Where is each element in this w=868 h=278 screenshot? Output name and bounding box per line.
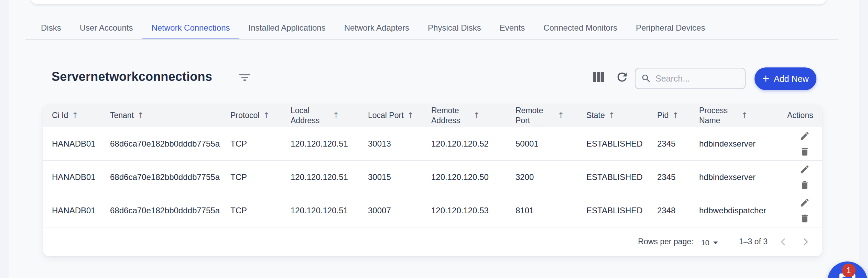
tab-user-accounts[interactable]: User Accounts	[70, 16, 142, 40]
sort-asc-icon: ↑	[333, 111, 339, 120]
cell-pid: 2345	[657, 139, 699, 149]
refresh-button[interactable]	[614, 70, 630, 85]
cell-ci_id: HANADB01	[52, 172, 110, 182]
chevron-right-icon	[801, 237, 810, 246]
cell-state: ESTABLISHED	[586, 139, 657, 149]
cell-remote_port: 8101	[516, 206, 586, 215]
tab-connected-monitors[interactable]: Connected Monitors	[534, 16, 627, 40]
sort-asc-icon: ↑	[557, 111, 564, 120]
search-box	[635, 68, 746, 89]
cell-tenant: 68d6ca70e182bb0dddb7755a	[110, 206, 230, 215]
cell-local_port: 30013	[368, 139, 431, 149]
previous-card-edge	[30, 0, 827, 4]
column-header-remote_address[interactable]: Remote Address↑	[431, 106, 516, 126]
cell-protocol: TCP	[230, 139, 291, 149]
column-header-protocol[interactable]: Protocol↑	[230, 110, 291, 120]
column-header-state[interactable]: State↑	[586, 110, 657, 120]
table-header-row: Ci Id↑Tenant↑Protocol↑Local Address↑Loca…	[43, 104, 822, 127]
cell-process_name: hdbindexserver	[699, 139, 787, 149]
column-label: Ci Id	[52, 110, 68, 120]
trash-icon	[800, 180, 810, 190]
page-title: Servernetworkconnections	[52, 70, 212, 84]
cell-pid: 2348	[657, 206, 699, 215]
tab-bar: DisksUser AccountsNetwork ConnectionsIns…	[32, 16, 714, 40]
column-header-tenant[interactable]: Tenant↑	[110, 110, 230, 120]
column-label: Pid	[657, 110, 669, 120]
sort-asc-icon: ↑	[263, 111, 270, 120]
delete-button[interactable]	[799, 213, 811, 224]
cell-local_address: 120.120.120.51	[291, 172, 368, 182]
tab-network-connections[interactable]: Network Connections	[142, 16, 239, 40]
column-header-local_address[interactable]: Local Address↑	[291, 106, 368, 126]
pagination-prev-button[interactable]	[777, 236, 790, 248]
column-label: Protocol	[230, 110, 259, 120]
column-header-process_name[interactable]: Process Name↑	[699, 106, 787, 126]
tab-peripheral-devices[interactable]: Peripheral Devices	[627, 16, 714, 40]
add-new-button[interactable]: + Add New	[755, 67, 816, 90]
table-body: HANADB0168d6ca70e182bb0dddb7755aTCP120.1…	[43, 127, 822, 227]
edit-button[interactable]	[799, 164, 811, 175]
cell-remote_address: 120.120.120.52	[431, 139, 516, 149]
table-row: HANADB0168d6ca70e182bb0dddb7755aTCP120.1…	[43, 194, 822, 227]
view-columns-button[interactable]	[591, 70, 607, 85]
pagination-next-button[interactable]	[799, 236, 812, 248]
data-table-card: Ci Id↑Tenant↑Protocol↑Local Address↑Loca…	[43, 104, 822, 256]
refresh-icon	[615, 70, 629, 84]
cell-local_port: 30015	[368, 172, 431, 182]
sort-asc-icon: ↑	[608, 111, 615, 120]
tab-bar-divider	[25, 39, 838, 40]
column-label: Local Port	[368, 110, 404, 120]
cell-state: ESTABLISHED	[586, 206, 657, 215]
tab-installed-applications[interactable]: Installed Applications	[239, 16, 335, 40]
tab-disks[interactable]: Disks	[32, 16, 70, 40]
edit-pencil-icon	[800, 131, 810, 141]
cell-process_name: hdbwebdispatcher	[699, 206, 787, 215]
sort-asc-icon: ↑	[72, 111, 78, 120]
cell-process_name: hdbindexserver	[699, 172, 787, 182]
tab-network-adapters[interactable]: Network Adapters	[335, 16, 419, 40]
table-footer: Rows per page: 10 1–3 of 3	[43, 227, 822, 256]
filter-button[interactable]	[237, 70, 253, 85]
column-header-pid[interactable]: Pid↑	[657, 110, 699, 120]
edit-button[interactable]	[799, 130, 811, 141]
cell-protocol: TCP	[230, 172, 291, 182]
tab-events[interactable]: Events	[490, 16, 534, 40]
cell-local_address: 120.120.120.51	[291, 139, 368, 149]
column-header-ci_id[interactable]: Ci Id↑	[52, 110, 110, 120]
chevron-left-icon	[779, 237, 788, 246]
search-input[interactable]	[655, 74, 739, 84]
trash-icon	[800, 147, 810, 157]
delete-button[interactable]	[799, 146, 811, 157]
sort-asc-icon: ↑	[741, 111, 748, 120]
trash-icon	[800, 213, 810, 224]
column-label: State	[586, 110, 605, 120]
plus-icon: +	[762, 72, 769, 84]
rows-per-page-label: Rows per page:	[638, 237, 693, 246]
sort-asc-icon: ↑	[137, 111, 144, 120]
edit-button[interactable]	[799, 197, 811, 208]
column-label: Tenant	[110, 110, 134, 120]
sort-asc-icon: ↑	[473, 111, 480, 120]
column-header-actions: Actions	[787, 110, 822, 120]
add-new-label: Add New	[774, 74, 809, 84]
cell-remote_address: 120.120.120.50	[431, 172, 516, 182]
column-label: Actions	[787, 110, 813, 120]
notification-badge: 1	[842, 264, 856, 277]
column-header-local_port[interactable]: Local Port↑	[368, 110, 431, 120]
cell-actions	[787, 164, 822, 191]
tab-physical-disks[interactable]: Physical Disks	[419, 16, 490, 40]
cell-tenant: 68d6ca70e182bb0dddb7755a	[110, 172, 230, 182]
rows-per-page-select[interactable]: 10	[701, 238, 718, 247]
view-columns-icon	[593, 71, 605, 83]
left-gutter	[0, 0, 9, 278]
cell-ci_id: HANADB01	[52, 206, 110, 215]
column-label: Remote Address	[431, 106, 470, 126]
cell-state: ESTABLISHED	[586, 172, 657, 182]
sort-asc-icon: ↑	[672, 111, 679, 120]
cell-tenant: 68d6ca70e182bb0dddb7755a	[110, 139, 230, 149]
table-row: HANADB0168d6ca70e182bb0dddb7755aTCP120.1…	[43, 127, 822, 160]
column-header-remote_port[interactable]: Remote Port↑	[516, 106, 586, 126]
filter-list-icon	[238, 72, 251, 83]
pagination-range-label: 1–3 of 3	[739, 237, 768, 246]
delete-button[interactable]	[799, 180, 811, 191]
